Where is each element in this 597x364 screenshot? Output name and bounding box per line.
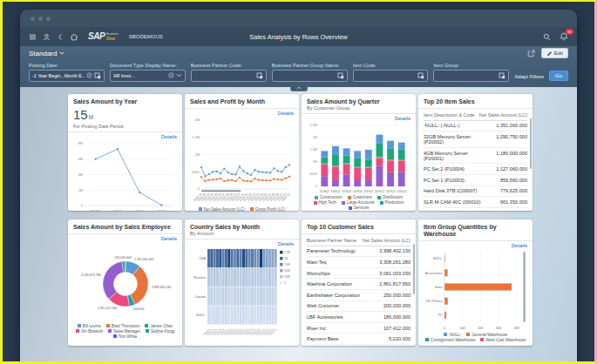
clear-icon[interactable]	[168, 72, 174, 78]
filter-label: Item Group:	[433, 63, 509, 68]
value-help-icon[interactable]	[417, 72, 424, 79]
table-row[interactable]: 32GB Memory Server (P20002)1,290,750.000	[424, 131, 527, 148]
window-control-dot[interactable]	[31, 17, 35, 21]
card-title: Sales and Profit by Month	[190, 98, 294, 105]
item-group-input[interactable]	[433, 70, 509, 82]
table-row[interactable]: River Inc107,412.000	[307, 323, 410, 334]
table-row[interactable]: SLR M-CAM 40C (I00010)661,350.000	[424, 197, 527, 208]
adapt-filters-link[interactable]: Adapt Filters	[514, 74, 544, 79]
edit-button[interactable]: Edit	[541, 48, 568, 58]
back-icon[interactable]	[57, 33, 64, 41]
table-row[interactable]: -NULL- (-NULL-)1,351,000.000	[424, 121, 527, 132]
svg-text:500K: 500K	[309, 172, 317, 176]
home-icon[interactable]	[70, 33, 78, 41]
card-top-customer-sales[interactable]: Top 10 Customer Sales Business Partner N…	[302, 219, 416, 346]
scrollbar[interactable]	[530, 118, 532, 169]
svg-text:1.2M: 1.2M	[284, 251, 290, 254]
window-control-dot[interactable]	[46, 17, 51, 21]
business-partner-code-input[interactable]	[191, 70, 267, 82]
value-help-icon[interactable]	[337, 72, 344, 79]
svg-text:6M: 6M	[78, 157, 83, 161]
go-button[interactable]: Go	[549, 71, 568, 81]
table-row[interactable]: Earthshaker Corporation250,000.000	[307, 290, 410, 301]
user-icon[interactable]	[43, 33, 51, 41]
svg-text:0: 0	[315, 185, 317, 188]
variant-selector[interactable]: Standard	[29, 50, 64, 57]
svg-text:Accessories: Accessories	[425, 271, 443, 274]
value-help-icon[interactable]	[499, 72, 505, 79]
share-icon[interactable]	[527, 50, 535, 57]
card-title: Top 20 Item Sales	[424, 98, 527, 105]
sap-logo-text: SAP	[88, 32, 105, 41]
os-titlebar	[20, 10, 577, 27]
card-item-group-quantities[interactable]: Item Group Quantities by Warehouse Detai…	[418, 219, 533, 346]
card-title: Item Group Quantities by Warehouse	[424, 224, 527, 238]
filter-bar: Posting Date: Document Type Display Name…	[20, 60, 577, 87]
table-row[interactable]: 4GB Memory Server (P20001)1,180,000.000	[424, 148, 527, 165]
table-header: Item Description & CodeNet Sales Amount …	[424, 111, 527, 121]
divider	[68, 233, 182, 234]
svg-text:Canada: Canada	[194, 295, 207, 299]
business-partner-code-field: Business Partner Code:	[191, 63, 267, 82]
value-help-icon[interactable]	[94, 72, 101, 79]
card-title: Sales Amount by Sales Employee	[73, 224, 177, 231]
donut-chart: 1,351,000.0003,998,402.130500,0001,961,0…	[73, 241, 177, 343]
svg-text:2018Q1: 2018Q1	[320, 190, 329, 193]
svg-text:2M: 2M	[78, 187, 83, 192]
table-row[interactable]: Mashina Corporation2,861,817.560	[307, 279, 410, 290]
heatmap-chart: USASlovakiaCanada-NULL-2018-012018-02201…	[190, 246, 294, 342]
card-sales-by-quarter[interactable]: Sales Amount by Quarter By Customer Grou…	[302, 94, 416, 211]
collapse-header-handle[interactable]	[290, 86, 308, 91]
line-chart: 0500K1M1.5M2M2018-012018-022018-032018-0…	[190, 116, 294, 208]
svg-text:3,998,402.130: 3,998,402.130	[152, 285, 171, 288]
chevron-down-icon	[59, 51, 64, 55]
line-chart: 02M4M6M8M2018201920202021	[73, 139, 177, 208]
table-row[interactable]: Microchips3,061,003.030	[307, 268, 410, 280]
chart-legend: -NULL-General WarehouseConsignment Wareh…	[424, 333, 527, 342]
posting-date-field: Posting Date:	[29, 63, 105, 82]
table-row[interactable]: LBF Accessories180,000.000	[307, 312, 410, 323]
clear-icon[interactable]	[86, 72, 92, 78]
card-sales-profit-by-month[interactable]: Sales and Profit by Month Details 0500K1…	[185, 94, 299, 211]
dropdown-icon[interactable]	[176, 73, 182, 78]
table-row[interactable]: PC Set 1 (P10003)859,560.000	[424, 175, 527, 186]
svg-text:250K: 250K	[284, 275, 290, 279]
customers-table: Business Partner NameNet Sales Amount (L…	[307, 234, 410, 343]
shell-bar: SAP Business One SBODEMOUS Sales Analysi…	[20, 27, 577, 46]
svg-text:1M: 1M	[313, 160, 317, 164]
table-row[interactable]: PC Set 2 (P10004)1,127,060.000	[424, 164, 527, 175]
table-row[interactable]: Delivery Base4,800.000	[307, 345, 410, 346]
chart-legend: Bill LevineBrad ThompsonJames ChanJim Bo…	[73, 324, 177, 339]
svg-text:8M: 8M	[78, 141, 83, 145]
svg-text:2018Q4: 2018Q4	[353, 190, 363, 193]
menu-icon[interactable]	[29, 33, 37, 41]
business-partner-group-input[interactable]	[272, 70, 348, 82]
table-row[interactable]: Motherboard MicroATX (C00002)658,539.250	[424, 208, 527, 211]
card-title: Sales Amount by Quarter	[307, 98, 410, 105]
svg-text:2019Q1: 2019Q1	[363, 190, 373, 193]
window-control-dot[interactable]	[38, 17, 43, 21]
card-sales-amount-by-year[interactable]: Sales Amount by Year 15M For Posting Dat…	[68, 94, 182, 211]
system-id: SBODEMOUS	[129, 34, 163, 39]
scrollbar[interactable]	[413, 244, 415, 294]
svg-text:0: 0	[81, 203, 84, 207]
table-row[interactable]: Web Customer200,000.000	[307, 301, 410, 313]
notifications-bell-icon[interactable]: 60	[560, 32, 568, 41]
table-row[interactable]: Parameter Technology3,998,402.130	[307, 246, 410, 258]
table-row[interactable]: Hard Disk 3TB (C00007)779,625.000	[424, 186, 527, 198]
card-sales-by-employee[interactable]: Sales Amount by Sales Employee Details 1…	[68, 219, 182, 346]
document-type-input[interactable]	[110, 70, 186, 82]
table-row[interactable]: Payment Base5,220.000	[307, 334, 410, 345]
search-icon[interactable]	[543, 33, 551, 41]
card-top-item-sales[interactable]: Top 20 Item Sales Item Description & Cod…	[418, 94, 533, 211]
posting-date-input[interactable]	[29, 70, 105, 82]
filter-label: Business Partner Group Name:	[272, 63, 348, 68]
svg-text:1.5M: 1.5M	[192, 135, 200, 139]
svg-text:2018: 2018	[92, 208, 100, 210]
card-country-sales-by-month[interactable]: Country Sales by Month By Amount Details…	[185, 219, 299, 346]
svg-text:-NULL-: -NULL-	[195, 313, 207, 317]
chevron-up-icon	[296, 86, 302, 90]
item-code-input[interactable]	[353, 70, 429, 82]
value-help-icon[interactable]	[256, 72, 263, 79]
table-row[interactable]: Maxi-Teq3,308,261.280	[307, 257, 410, 268]
